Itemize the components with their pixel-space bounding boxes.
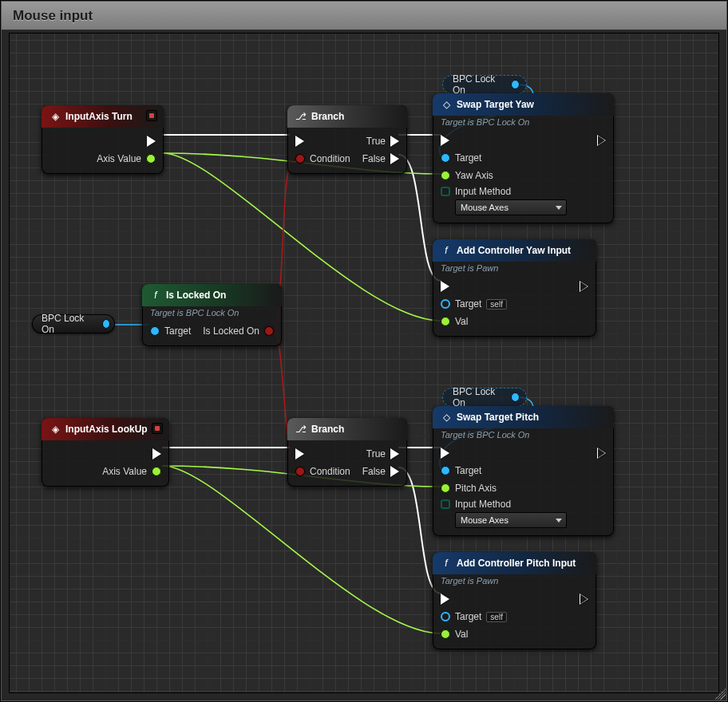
float-in-pin[interactable] — [441, 317, 450, 326]
exec-false-pin[interactable] — [390, 153, 399, 164]
branch-icon: ⎇ — [295, 111, 307, 122]
exec-in-pin[interactable] — [295, 448, 304, 459]
obj-out-pin[interactable] — [511, 392, 520, 402]
function-icon: f — [150, 290, 161, 301]
pin-label: True — [366, 448, 386, 459]
node-swap-pitch[interactable]: ◇ Swap Target Pitch Target is BPC Lock O… — [433, 406, 614, 536]
obj-in-pin[interactable] — [150, 326, 160, 336]
pin-label: Axis Value — [102, 466, 147, 477]
node-title: Add Controller Pitch Input — [457, 558, 576, 569]
node-header[interactable]: f Is Locked On — [142, 284, 282, 306]
node-header[interactable]: ◇ Swap Target Pitch — [433, 406, 614, 428]
node-header[interactable]: f Add Controller Yaw Input — [433, 239, 596, 262]
node-inputaxis-lookup[interactable]: ◈ InputAxis LookUp Axis Value — [42, 418, 169, 487]
self-box: self — [486, 299, 507, 310]
resize-handle[interactable] — [714, 688, 726, 700]
node-title: Branch — [311, 424, 344, 435]
node-header[interactable]: f Add Controller Pitch Input — [433, 552, 596, 574]
bool-out-pin[interactable] — [264, 326, 274, 336]
exec-true-pin[interactable] — [390, 136, 399, 147]
link-pill-bpc-bottom[interactable]: BPC Lock On — [442, 388, 527, 407]
exec-in-pin[interactable] — [295, 136, 304, 147]
enum-select[interactable]: Mouse Axes — [455, 512, 567, 528]
event-icon: ◈ — [49, 111, 61, 122]
obj-in-pin[interactable] — [441, 153, 450, 163]
pin-label: True — [366, 136, 386, 147]
exec-out-pin[interactable] — [597, 135, 606, 146]
interface-icon: ◇ — [441, 412, 452, 423]
pin-label: Condition — [310, 466, 350, 477]
node-header[interactable]: ◇ Swap Target Yaw — [433, 93, 614, 116]
node-add-yaw[interactable]: f Add Controller Yaw Input Target is Paw… — [433, 239, 596, 337]
node-header[interactable]: ⎇ Branch — [287, 105, 407, 128]
node-title: Is Locked On — [166, 290, 226, 301]
node-branch-1[interactable]: ⎇ Branch True Condition False — [287, 105, 407, 174]
node-title: InputAxis LookUp — [65, 424, 148, 435]
var-label: BPC Lock On — [42, 313, 93, 335]
pin-label: False — [362, 466, 386, 477]
exec-in-pin[interactable] — [441, 448, 449, 459]
float-in-pin[interactable] — [441, 483, 450, 493]
float-out-pin[interactable] — [152, 467, 161, 476]
node-header[interactable]: ⎇ Branch — [287, 418, 407, 440]
pin-label: Target — [455, 611, 481, 622]
obj-out-pin[interactable] — [511, 80, 520, 89]
obj-out-pin[interactable] — [102, 319, 110, 329]
bool-in-pin[interactable] — [295, 467, 305, 476]
exec-out-pin[interactable] — [152, 448, 161, 459]
interface-icon: ◇ — [441, 99, 452, 110]
comment-frame: Mouse input — [0, 0, 728, 702]
node-header[interactable]: ◈ InputAxis LookUp — [42, 418, 169, 440]
comment-title: Mouse input — [13, 8, 93, 24]
event-icon: ◈ — [49, 424, 61, 435]
exec-in-pin[interactable] — [441, 594, 449, 605]
node-add-pitch[interactable]: f Add Controller Pitch Input Target is P… — [433, 552, 596, 649]
exec-out-pin[interactable] — [580, 281, 588, 292]
exec-out-pin[interactable] — [580, 594, 588, 605]
exec-in-pin[interactable] — [441, 135, 449, 146]
float-in-pin[interactable] — [441, 629, 450, 639]
exec-true-pin[interactable] — [390, 448, 399, 459]
enum-in-pin[interactable] — [441, 499, 450, 509]
node-indicator — [152, 423, 163, 434]
bool-in-pin[interactable] — [295, 154, 305, 164]
exec-out-pin[interactable] — [147, 136, 156, 147]
node-header[interactable]: ◈ InputAxis Turn — [42, 105, 164, 128]
pin-label: Val — [455, 629, 468, 640]
enum-value: Mouse Axes — [461, 515, 508, 525]
float-in-pin[interactable] — [441, 171, 450, 180]
function-icon: f — [441, 245, 452, 256]
node-title: Branch — [311, 111, 344, 122]
node-subtitle: Target is Pawn — [433, 262, 596, 273]
obj-in-pin[interactable] — [441, 299, 450, 309]
var-bpc-lock-on[interactable]: BPC Lock On — [32, 314, 115, 333]
exec-out-pin[interactable] — [597, 448, 606, 459]
obj-in-pin[interactable] — [441, 612, 450, 621]
comment-title-bar[interactable]: Mouse input — [2, 2, 726, 30]
pin-label: Pitch Axis — [455, 483, 497, 494]
enum-select[interactable]: Mouse Axes — [455, 199, 567, 215]
pin-label: Condition — [310, 153, 350, 164]
pill-label: BPC Lock On — [453, 386, 504, 408]
pill-label: BPC Lock On — [453, 73, 504, 96]
link-pill-bpc-top[interactable]: BPC Lock On — [442, 75, 527, 94]
pin-label: Target — [455, 152, 481, 164]
node-title: Swap Target Pitch — [457, 412, 539, 423]
pin-label: Yaw Axis — [455, 170, 493, 181]
enum-in-pin[interactable] — [441, 187, 450, 196]
node-branch-2[interactable]: ⎇ Branch True Condition False — [287, 418, 407, 487]
float-out-pin[interactable] — [146, 154, 156, 164]
node-swap-yaw[interactable]: ◇ Swap Target Yaw Target is BPC Lock On … — [433, 93, 614, 223]
exec-false-pin[interactable] — [390, 466, 399, 477]
obj-in-pin[interactable] — [441, 466, 450, 475]
exec-in-pin[interactable] — [441, 281, 449, 292]
pin-label: False — [362, 153, 386, 164]
node-is-locked-on[interactable]: f Is Locked On Target is BPC Lock On Tar… — [142, 284, 282, 346]
node-indicator — [146, 110, 157, 121]
node-inputaxis-turn[interactable]: ◈ InputAxis Turn Axis Value — [42, 105, 164, 174]
node-title: Add Controller Yaw Input — [457, 245, 571, 256]
pin-label: Input Method — [455, 499, 511, 510]
graph-canvas[interactable]: ◈ InputAxis Turn Axis Value ⎇ Branch Tru… — [9, 33, 719, 693]
node-subtitle: Target is BPC Lock On — [433, 428, 614, 440]
node-title: Swap Target Yaw — [457, 99, 534, 110]
